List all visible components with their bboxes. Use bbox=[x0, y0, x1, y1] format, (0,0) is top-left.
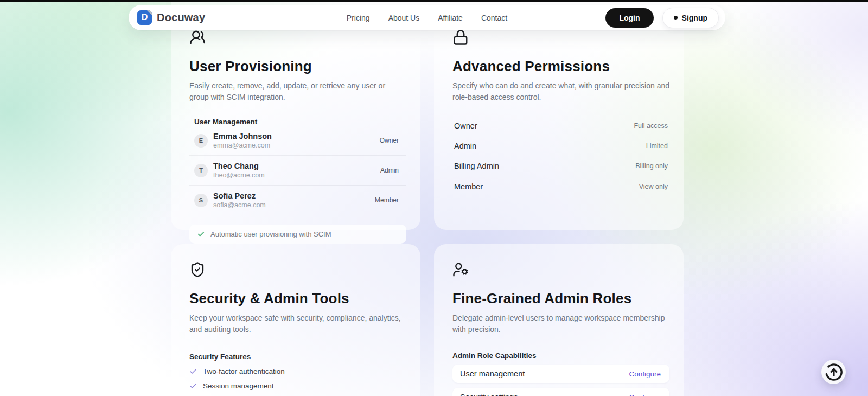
user-role: Owner bbox=[380, 137, 399, 144]
check-icon bbox=[189, 382, 197, 390]
check-icon bbox=[197, 230, 205, 238]
admin-capabilities-panel: Admin Role Capabilities User management … bbox=[452, 352, 669, 396]
signup-button[interactable]: Signup bbox=[662, 8, 719, 28]
nav-link-pricing[interactable]: Pricing bbox=[347, 14, 370, 22]
signup-dot-icon bbox=[674, 16, 678, 20]
users-icon bbox=[189, 29, 206, 46]
login-button[interactable]: Login bbox=[605, 8, 653, 28]
feature-cards-grid: User Provisioning Easily create, remove,… bbox=[171, 0, 684, 396]
shield-check-icon bbox=[189, 261, 206, 278]
card-description: Delegate admin-level users to manage wor… bbox=[452, 312, 669, 335]
card-security-admin-tools: Security & Admin Tools Keep your workspa… bbox=[171, 244, 420, 396]
user-row: E Emma Johnson emma@acme.com Owner bbox=[189, 126, 406, 156]
user-name: Theo Chang bbox=[213, 162, 265, 170]
card-title: Fine-Grained Admin Roles bbox=[452, 290, 669, 307]
scroll-top-button[interactable] bbox=[821, 360, 846, 384]
avatar: E bbox=[194, 134, 208, 148]
user-gear-icon bbox=[452, 261, 469, 278]
user-name: Sofia Perez bbox=[213, 191, 266, 200]
user-email: sofia@acme.com bbox=[213, 201, 266, 209]
capability-name: Security settings bbox=[460, 393, 518, 396]
avatar: T bbox=[194, 164, 208, 177]
permission-row: Owner Full access bbox=[452, 116, 669, 136]
permission-row: Billing Admin Billing only bbox=[452, 156, 669, 176]
nav-link-about-us[interactable]: About Us bbox=[388, 14, 420, 22]
panel-title: User Management bbox=[194, 118, 406, 126]
user-email: theo@acme.com bbox=[213, 171, 265, 179]
role-name: Billing Admin bbox=[454, 162, 499, 170]
role-access: Full access bbox=[634, 122, 668, 130]
card-description: Keep your workspace safe with security, … bbox=[189, 312, 406, 335]
panel-title: Security Features bbox=[189, 353, 406, 361]
capability-row: Security settings Configure bbox=[452, 388, 669, 396]
user-email: emma@acme.com bbox=[213, 142, 272, 149]
role-access: Billing only bbox=[635, 162, 668, 170]
nav-actions: Login Signup bbox=[605, 8, 719, 28]
card-user-provisioning: User Provisioning Easily create, remove,… bbox=[171, 0, 420, 230]
avatar: S bbox=[194, 194, 208, 207]
card-title: Advanced Permissions bbox=[452, 58, 669, 75]
feature-text: Two-factor authentication bbox=[203, 367, 285, 375]
feature-text: Session management bbox=[203, 382, 274, 390]
user-management-panel: User Management E Emma Johnson emma@acme… bbox=[189, 118, 406, 215]
lock-icon bbox=[452, 29, 469, 46]
nav-link-affiliate[interactable]: Affiliate bbox=[438, 14, 463, 22]
user-row: T Theo Chang theo@acme.com Admin bbox=[189, 156, 406, 186]
brand-name: Docuway bbox=[157, 11, 205, 24]
navbar: D Docuway Pricing About Us Affiliate Con… bbox=[129, 5, 725, 30]
signup-label: Signup bbox=[682, 14, 707, 22]
role-name: Owner bbox=[454, 122, 477, 130]
card-advanced-permissions: Advanced Permissions Specify who can do … bbox=[434, 0, 684, 230]
capability-row: User management Configure bbox=[452, 365, 669, 383]
card-title: Security & Admin Tools bbox=[189, 290, 406, 307]
role-access: Limited bbox=[646, 142, 668, 150]
docuway-logo-icon: D bbox=[137, 10, 152, 25]
feature-item: Two-factor authentication bbox=[189, 367, 406, 375]
scim-footnote: Automatic user provisioning with SCIM bbox=[189, 225, 406, 244]
permission-row: Admin Limited bbox=[452, 136, 669, 156]
card-description: Easily create, remove, add, update, or r… bbox=[189, 80, 406, 103]
role-name: Member bbox=[454, 182, 483, 191]
role-name: Admin bbox=[454, 142, 476, 150]
capability-name: User management bbox=[460, 369, 525, 378]
user-role: Member bbox=[375, 196, 399, 204]
top-edge-strip bbox=[0, 0, 868, 2]
permissions-list: Owner Full access Admin Limited Billing … bbox=[452, 116, 669, 196]
user-row: S Sofia Perez sofia@acme.com Member bbox=[189, 186, 406, 215]
role-access: View only bbox=[639, 183, 668, 190]
page-fold-decoration bbox=[147, 10, 152, 15]
user-role: Admin bbox=[380, 167, 399, 174]
configure-link[interactable]: Configure bbox=[629, 393, 661, 396]
brand-logo[interactable]: D Docuway bbox=[137, 10, 205, 25]
nav-links: Pricing About Us Affiliate Contact bbox=[347, 14, 507, 22]
footnote-text: Automatic user provisioning with SCIM bbox=[210, 230, 331, 238]
user-name: Emma Johnson bbox=[213, 132, 272, 140]
panel-title: Admin Role Capabilities bbox=[452, 352, 669, 360]
card-fine-grained-admin-roles: Fine-Grained Admin Roles Delegate admin-… bbox=[434, 244, 684, 396]
nav-link-contact[interactable]: Contact bbox=[481, 14, 507, 22]
check-icon bbox=[189, 368, 197, 375]
configure-link[interactable]: Configure bbox=[629, 370, 661, 378]
feature-item: Session management bbox=[189, 382, 406, 390]
security-features-panel: Security Features Two-factor authenticat… bbox=[189, 353, 406, 396]
permission-row: Member View only bbox=[452, 176, 669, 196]
card-description: Specify who can do and create what, with… bbox=[452, 80, 669, 103]
card-title: User Provisioning bbox=[189, 58, 406, 75]
